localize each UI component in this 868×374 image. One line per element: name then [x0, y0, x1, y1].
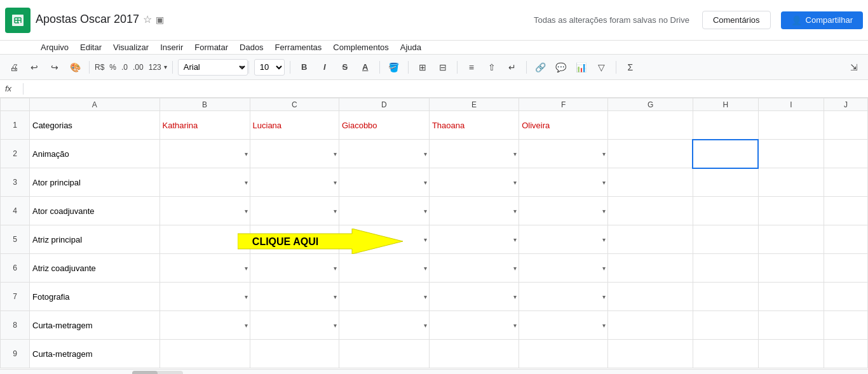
- num-format-dropdown-icon[interactable]: ▾: [164, 63, 167, 70]
- cell-r2-c5[interactable]: ▾: [519, 140, 608, 168]
- cell-r6-c6[interactable]: [608, 254, 693, 283]
- wrap-button[interactable]: ↵: [503, 58, 521, 76]
- cell-r3-c8[interactable]: [758, 168, 824, 197]
- cell-r7-c9[interactable]: [824, 283, 867, 311]
- cell-r6-c0[interactable]: Atriz coadjuvante: [30, 254, 160, 283]
- cell-r2-c4[interactable]: ▾: [429, 140, 519, 168]
- print-button[interactable]: 🖨: [5, 58, 23, 76]
- cell-r1-c8[interactable]: [758, 111, 824, 140]
- cell-r7-c8[interactable]: [758, 283, 824, 311]
- cell-r5-c3[interactable]: ▾: [339, 225, 429, 254]
- dropdown-arrow-icon[interactable]: ▾: [245, 265, 248, 272]
- cell-r1-c0[interactable]: Categorias: [30, 111, 160, 140]
- underline-button[interactable]: A: [356, 58, 374, 76]
- dropdown-arrow-icon[interactable]: ▾: [513, 236, 517, 243]
- cell-r1-c3[interactable]: Giacobbo: [339, 111, 429, 140]
- cell-r4-c0[interactable]: Ator coadjuvante: [30, 197, 160, 225]
- dropdown-arrow-icon[interactable]: ▾: [424, 265, 427, 272]
- menu-item-formatar[interactable]: Formatar: [189, 41, 233, 53]
- cell-r6-c4[interactable]: ▾: [429, 254, 519, 283]
- valign-button[interactable]: ⇧: [483, 58, 501, 76]
- cell-r2-c7[interactable]: [693, 140, 758, 168]
- chart-button[interactable]: 📊: [573, 58, 590, 76]
- cell-r2-c8[interactable]: [758, 140, 824, 168]
- cell-r5-c1[interactable]: ▾: [159, 225, 250, 254]
- cell-r5-c4[interactable]: ▾: [429, 225, 519, 254]
- cell-r6-c3[interactable]: ▾: [339, 254, 429, 283]
- font-size-select[interactable]: 10: [254, 59, 285, 76]
- cell-r8-c4[interactable]: ▾: [429, 311, 519, 340]
- cell-r8-c9[interactable]: [824, 311, 867, 340]
- cell-r1-c9[interactable]: [824, 111, 867, 140]
- cell-r4-c5[interactable]: ▾: [519, 197, 608, 225]
- cell-r8-c0[interactable]: Curta-metragem: [30, 311, 160, 340]
- cell-r7-c4[interactable]: ▾: [429, 283, 519, 311]
- cell-r7-c5[interactable]: ▾: [519, 283, 608, 311]
- dropdown-arrow-icon[interactable]: ▾: [245, 208, 248, 215]
- cell-r6-c9[interactable]: [824, 254, 867, 283]
- star-icon[interactable]: ☆: [143, 13, 152, 25]
- redo-button[interactable]: ↪: [46, 58, 64, 76]
- dropdown-arrow-icon[interactable]: ▾: [424, 150, 427, 157]
- cell-r5-c6[interactable]: [608, 225, 693, 254]
- cell-r4-c3[interactable]: ▾: [339, 197, 429, 225]
- cell-r1-c1[interactable]: Katharina: [159, 111, 250, 140]
- dropdown-arrow-icon[interactable]: ▾: [602, 322, 606, 329]
- share-button[interactable]: 👤 Compartilhar: [781, 11, 863, 29]
- cell-r6-c1[interactable]: ▾: [159, 254, 250, 283]
- cell-r5-c9[interactable]: [824, 225, 867, 254]
- dropdown-arrow-icon[interactable]: ▾: [245, 322, 248, 329]
- bold-button[interactable]: B: [295, 58, 313, 76]
- dropdown-arrow-icon[interactable]: ▾: [602, 208, 606, 215]
- cell-r4-c8[interactable]: [758, 197, 824, 225]
- cell-r1-c5[interactable]: Oliveira: [519, 111, 608, 140]
- cell-r4-c9[interactable]: [824, 197, 867, 225]
- cell-r9-c0[interactable]: Curta-metragem: [30, 340, 160, 368]
- dropdown-arrow-icon[interactable]: ▾: [602, 265, 606, 272]
- col-header-J[interactable]: J: [824, 98, 867, 111]
- dropdown-arrow-icon[interactable]: ▾: [602, 236, 606, 243]
- cell-r3-c2[interactable]: ▾: [250, 168, 339, 197]
- dropdown-arrow-icon[interactable]: ▾: [245, 236, 248, 243]
- menu-item-complementos[interactable]: Complementos: [328, 41, 393, 53]
- cell-r1-c6[interactable]: [608, 111, 693, 140]
- merge-button[interactable]: ⊟: [434, 58, 452, 76]
- cell-r2-c1[interactable]: ▾: [159, 140, 250, 168]
- expand-button[interactable]: ⇲: [845, 58, 863, 76]
- col-header-[interactable]: [1, 98, 30, 111]
- dropdown-arrow-icon[interactable]: ▾: [424, 208, 427, 215]
- cell-r2-c0[interactable]: Animação: [30, 140, 160, 168]
- dropdown-arrow-icon[interactable]: ▾: [334, 322, 337, 329]
- cell-r3-c9[interactable]: [824, 168, 867, 197]
- sheet-scroll[interactable]: ABCDEFGHIJ 1CategoriasKatharinaLucianaGi…: [0, 98, 868, 369]
- cell-r6-c8[interactable]: [758, 254, 824, 283]
- dropdown-arrow-icon[interactable]: ▾: [602, 150, 606, 157]
- cell-r9-c9[interactable]: [824, 340, 867, 368]
- cell-r9-c2[interactable]: [250, 340, 339, 368]
- col-header-E[interactable]: E: [429, 98, 519, 111]
- cell-r2-c6[interactable]: [608, 140, 693, 168]
- cell-r4-c7[interactable]: [693, 197, 758, 225]
- function-button[interactable]: Σ: [621, 58, 639, 76]
- dropdown-arrow-icon[interactable]: ▾: [513, 293, 517, 300]
- cell-r9-c5[interactable]: [519, 340, 608, 368]
- dropdown-arrow-icon[interactable]: ▾: [245, 179, 248, 186]
- cell-r5-c8[interactable]: [758, 225, 824, 254]
- comment-button[interactable]: 💬: [552, 58, 570, 76]
- cell-r4-c2[interactable]: ▾: [250, 197, 339, 225]
- dropdown-arrow-icon[interactable]: ▾: [334, 179, 337, 186]
- cell-r7-c7[interactable]: [693, 283, 758, 311]
- cell-r8-c5[interactable]: ▾: [519, 311, 608, 340]
- dropdown-arrow-icon[interactable]: ▾: [602, 179, 606, 186]
- dropdown-arrow-icon[interactable]: ▾: [513, 265, 517, 272]
- cell-r9-c1[interactable]: [159, 340, 250, 368]
- col-header-D[interactable]: D: [339, 98, 429, 111]
- cell-r3-c1[interactable]: ▾: [159, 168, 250, 197]
- dropdown-arrow-icon[interactable]: ▾: [334, 265, 337, 272]
- filter-button[interactable]: ▽: [593, 58, 611, 76]
- borders-button[interactable]: ⊞: [414, 58, 431, 76]
- cell-r3-c6[interactable]: [608, 168, 693, 197]
- cell-r6-c5[interactable]: ▾: [519, 254, 608, 283]
- cell-r8-c3[interactable]: ▾: [339, 311, 429, 340]
- cell-r5-c7[interactable]: [693, 225, 758, 254]
